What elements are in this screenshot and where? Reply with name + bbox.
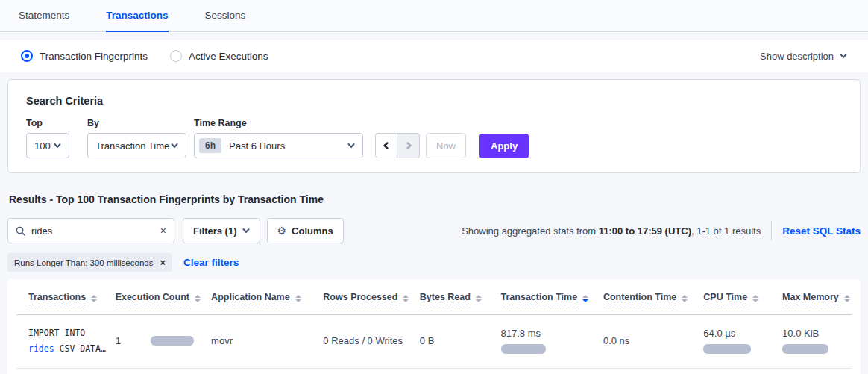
gear-icon: ⚙	[277, 225, 287, 237]
execution-count-cell: 1	[116, 335, 211, 346]
table-row: IMPORT INTO rides CSV DATA… 1 movr 0 Rea…	[16, 315, 852, 369]
now-button[interactable]: Now	[426, 133, 466, 158]
chevron-down-icon	[171, 142, 178, 149]
tab-sessions[interactable]: Sessions	[205, 0, 246, 32]
column-header: Max Memory	[782, 292, 852, 305]
tab-transactions[interactable]: Transactions	[106, 0, 168, 32]
max-memory-cell: 10.0 KiB	[782, 328, 852, 354]
page-tabs: Statements Transactions Sessions	[0, 0, 868, 32]
transaction-link[interactable]: rides	[28, 343, 54, 354]
columns-button-label: Columns	[292, 225, 333, 237]
application-name-cell: movr	[211, 335, 323, 346]
column-header-label[interactable]: Contention Time	[603, 292, 676, 305]
top-select[interactable]: 100	[26, 133, 69, 158]
chevron-left-icon	[383, 142, 390, 149]
column-header-label[interactable]: Execution Count	[116, 292, 189, 305]
sort-icon[interactable]	[295, 295, 301, 302]
view-toggle-row: Transaction Fingerprints Active Executio…	[0, 40, 868, 72]
filters-button-label: Filters (1)	[193, 225, 237, 237]
column-header: Contention Time	[603, 292, 703, 305]
show-description-label: Show description	[760, 51, 834, 62]
filter-chip-close-icon[interactable]: ×	[160, 258, 166, 267]
column-header-label[interactable]: CPU Time	[703, 292, 747, 305]
radio-selected-icon	[21, 50, 33, 62]
column-header-label[interactable]: Transaction Time	[501, 292, 578, 305]
sort-icon[interactable]	[752, 295, 758, 302]
max-memory-value: 10.0 KiB	[782, 328, 852, 339]
time-prev-button[interactable]	[375, 133, 397, 158]
column-header: Execution Count	[116, 292, 211, 305]
column-header-label[interactable]: Rows Processed	[323, 292, 397, 305]
search-criteria-title: Search Criteria	[26, 95, 842, 107]
chevron-down-icon	[840, 52, 847, 60]
by-label: By	[87, 118, 194, 128]
by-select[interactable]: Transaction Time	[87, 133, 186, 158]
cpu-time-value: 64.0 µs	[703, 328, 782, 339]
column-header-label[interactable]: Transactions	[28, 292, 86, 305]
sort-icon[interactable]	[403, 295, 409, 302]
radio-label: Transaction Fingerprints	[40, 51, 148, 62]
apply-button[interactable]: Apply	[479, 134, 529, 158]
column-header: Transactions	[28, 292, 116, 305]
stats-time-range: 11:00 to 17:59 (UTC)	[599, 225, 691, 237]
aggregated-stats-text: Showing aggregated stats from 11:00 to 1…	[462, 225, 761, 237]
search-icon	[16, 226, 25, 236]
time-nav-group	[375, 133, 420, 158]
results-controls-row: × Filters (1) ⚙ Columns Showing aggregat…	[7, 218, 861, 243]
cpu-time-bar	[703, 344, 751, 354]
clear-filters-link[interactable]: Clear filters	[183, 257, 239, 268]
transaction-fingerprint-cell[interactable]: IMPORT INTO rides CSV DATA…	[28, 325, 116, 356]
results-table-panel: Transactions Execution Count Application…	[7, 279, 861, 374]
column-header: Rows Processed	[323, 292, 419, 305]
results-heading: Results - Top 100 Transaction Fingerprin…	[9, 193, 868, 205]
chevron-right-icon	[405, 142, 412, 149]
sort-icon[interactable]	[844, 295, 850, 302]
chevron-down-icon	[54, 142, 61, 149]
transaction-time-bar	[501, 344, 546, 354]
time-range-select[interactable]: 6h Past 6 Hours	[194, 133, 363, 158]
columns-button[interactable]: ⚙ Columns	[267, 218, 344, 243]
search-input[interactable]	[31, 225, 154, 237]
chevron-down-icon	[242, 227, 250, 234]
sort-icon[interactable]	[91, 295, 97, 302]
transaction-time-cell: 817.8 ms	[501, 328, 603, 354]
vertical-divider	[771, 221, 772, 240]
sort-icon[interactable]	[682, 295, 688, 302]
column-header-label[interactable]: Bytes Read	[420, 292, 471, 305]
radio-unselected-icon	[170, 50, 182, 62]
transaction-statement-text: IMPORT INTO	[28, 328, 85, 338]
column-header: Transaction Time	[501, 292, 603, 305]
sort-icon[interactable]	[582, 295, 588, 302]
sort-icon[interactable]	[195, 295, 201, 302]
execution-count-bar	[151, 336, 194, 346]
column-header: CPU Time	[703, 292, 782, 305]
transaction-statement-text: CSV DATA…	[54, 343, 106, 354]
top-select-value: 100	[34, 140, 51, 152]
column-header-label[interactable]: Application Name	[211, 292, 290, 305]
search-clear-icon[interactable]: ×	[160, 225, 166, 236]
chevron-down-icon	[347, 142, 355, 149]
filter-chip-label: Runs Longer Than: 300 milliseconds	[14, 258, 153, 267]
tab-statements[interactable]: Statements	[19, 0, 69, 32]
radio-transaction-fingerprints[interactable]: Transaction Fingerprints	[21, 50, 148, 62]
time-range-value: Past 6 Hours	[229, 140, 285, 152]
by-select-value: Transaction Time	[95, 140, 169, 152]
max-memory-bar	[782, 344, 828, 354]
filter-chip: Runs Longer Than: 300 milliseconds ×	[7, 253, 172, 272]
reset-sql-stats-link[interactable]: Reset SQL Stats	[782, 225, 861, 237]
radio-label: Active Executions	[189, 51, 268, 62]
top-label: Top	[26, 118, 87, 128]
time-range-badge: 6h	[199, 138, 221, 153]
radio-active-executions[interactable]: Active Executions	[170, 50, 268, 62]
show-description-toggle[interactable]: Show description	[760, 51, 847, 62]
column-header: Application Name	[211, 292, 323, 305]
active-filters-row: Runs Longer Than: 300 milliseconds × Cle…	[7, 253, 861, 272]
contention-time-cell: 0.0 ns	[603, 335, 703, 346]
table-header-row: Transactions Execution Count Application…	[16, 281, 852, 315]
time-next-button[interactable]	[397, 133, 420, 158]
filters-button[interactable]: Filters (1)	[183, 218, 260, 243]
search-criteria-panel: Search Criteria Top 100 By Transaction T…	[7, 79, 861, 173]
column-header-label[interactable]: Max Memory	[782, 292, 839, 305]
time-range-label: Time Range	[194, 118, 375, 128]
sort-icon[interactable]	[476, 295, 482, 302]
